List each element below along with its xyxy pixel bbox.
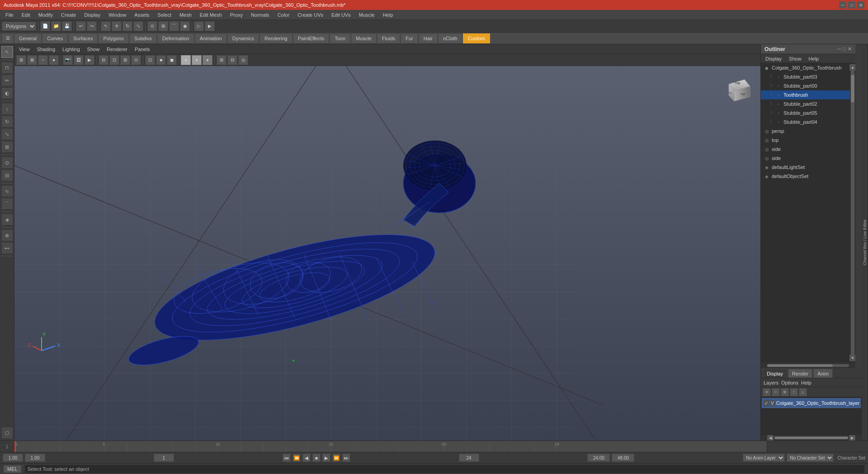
start-frame-input[interactable] — [3, 454, 23, 462]
outliner-item-stubble03[interactable]: └ ◦ Stubble_part03 — [761, 72, 850, 81]
toolbar-open[interactable]: 📁 — [51, 21, 61, 31]
vp-render-view[interactable]: 🖼 — [74, 55, 84, 65]
minimize-button[interactable]: ─ — [839, 1, 846, 9]
character-set-select[interactable]: No Character Set — [787, 454, 834, 462]
outliner-item-front[interactable]: ◎ side — [761, 145, 850, 154]
outliner-minimize[interactable]: ─ — [838, 46, 841, 52]
tool-measure[interactable]: ⊷ — [1, 242, 13, 254]
navigation-cube[interactable]: Top Frt Rgt — [722, 75, 751, 104]
toolbar-ipr[interactable]: ▶ — [205, 21, 215, 31]
tab-muscle[interactable]: Muscle — [351, 33, 377, 43]
vp-isolate[interactable]: ⊟ — [99, 55, 108, 65]
menu-select[interactable]: Select — [154, 11, 175, 19]
tab-render[interactable]: Render — [788, 369, 812, 378]
vp-shade-wire[interactable]: ⊡ — [145, 55, 155, 65]
outliner-item-default-object-set[interactable]: ◈ defaultObjectSet — [761, 172, 850, 181]
menu-color[interactable]: Color — [274, 11, 293, 19]
tool-paint[interactable]: ✏ — [1, 75, 13, 86]
tool-lasso[interactable]: ⊓ — [1, 62, 13, 74]
vp-xray[interactable]: ◎ — [238, 55, 248, 65]
scroll-arrow-right[interactable]: ▶ — [849, 435, 855, 441]
mode-select[interactable]: Polygons — [2, 22, 36, 31]
tool-select[interactable]: ↖ — [1, 46, 13, 58]
frame-step-input[interactable] — [154, 454, 174, 462]
tab-polygons[interactable]: Polygons — [98, 33, 128, 43]
current-frame-input[interactable] — [25, 454, 45, 462]
layer-type-toggle[interactable]: V — [770, 400, 774, 406]
scroll-down-button[interactable]: ▼ — [849, 355, 855, 361]
tab-display[interactable]: Display — [763, 369, 787, 378]
outliner-item-side[interactable]: ◎ side — [761, 154, 850, 163]
tab-fluids[interactable]: Fluids — [377, 33, 400, 43]
tab-deformation[interactable]: Deformation — [157, 33, 194, 43]
menu-create[interactable]: Create — [57, 11, 80, 19]
tool-paint-effects-brush[interactable]: ⬡ — [1, 427, 13, 439]
tool-snap-together[interactable]: ⊕ — [1, 230, 13, 241]
delete-layer-button[interactable]: − — [772, 388, 780, 396]
channel-box-live-editor-label[interactable]: Channel Box / Live Editor — [862, 44, 868, 441]
tab-toon[interactable]: Toon — [330, 33, 350, 43]
toolbar-snap-curve[interactable]: ⌒ — [169, 21, 179, 31]
vp-shade-flat[interactable]: ■ — [156, 55, 166, 65]
vp-menu-show[interactable]: Show — [85, 46, 103, 53]
scroll-thumb[interactable] — [851, 75, 854, 102]
toolbar-new[interactable]: 📄 — [40, 21, 50, 31]
outliner-item-stubble02[interactable]: └ ◦ Stubble_part02 — [761, 99, 850, 108]
tool-curve-cv[interactable]: ∿ — [1, 185, 13, 197]
tab-ncloth[interactable]: nCloth — [438, 33, 462, 43]
tool-lattice[interactable]: ⊟ — [1, 169, 13, 181]
tab-surfaces[interactable]: Surfaces — [68, 33, 98, 43]
end-time-input[interactable] — [587, 454, 610, 462]
vp-menu-view[interactable]: View — [16, 46, 33, 53]
tool-sculpt[interactable]: ◐ — [1, 87, 13, 99]
vp-sync-view[interactable]: ⊙ — [131, 55, 141, 65]
toolbar-redo[interactable]: ↪ — [87, 21, 97, 31]
outliner-horizontal-scrollbar[interactable] — [761, 362, 855, 368]
outliner-item-persp[interactable]: ◎ persp — [761, 127, 850, 136]
tab-dynamics[interactable]: Dynamics — [227, 33, 259, 43]
toolbar-move-tool[interactable]: ✛ — [112, 21, 122, 31]
layer-up-button[interactable]: ↑ — [790, 388, 798, 396]
tab-hair[interactable]: Hair — [419, 33, 438, 43]
layer-options-button[interactable]: ≡ — [781, 388, 789, 396]
tool-show-manip[interactable]: ◈ — [1, 214, 13, 225]
vp-shade-smooth[interactable]: ◼ — [167, 55, 177, 65]
layers-horizontal-scrollbar[interactable]: ◀ ▶ — [761, 434, 862, 441]
outliner-vertical-scrollbar[interactable]: ▲ ▼ — [850, 63, 855, 362]
outliner-menu-show[interactable]: Show — [786, 55, 804, 62]
menu-file[interactable]: File — [2, 11, 17, 19]
tab-fur[interactable]: Fur — [401, 33, 418, 43]
outliner-close[interactable]: ✕ — [848, 46, 852, 52]
scroll-track[interactable] — [851, 70, 854, 355]
tab-painteffects[interactable]: PaintEffects — [293, 33, 330, 43]
play-back-button[interactable]: ◀ — [302, 454, 311, 462]
tab-general[interactable]: General — [14, 33, 42, 43]
script-mode-label[interactable]: MEL — [4, 465, 21, 473]
outliner-menu-display[interactable]: Display — [763, 55, 784, 62]
menu-edit-uvs[interactable]: Edit UVs — [328, 11, 354, 19]
vp-camera[interactable]: 📷 — [63, 55, 73, 65]
anim-layer-select[interactable]: No Anim Layer — [743, 454, 785, 462]
tab-curves[interactable]: Curves — [42, 33, 68, 43]
vp-grid[interactable]: ⊞ — [217, 55, 226, 65]
new-layer-button[interactable]: + — [763, 388, 771, 396]
menu-create-uvs[interactable]: Create UVs — [294, 11, 327, 19]
vp-select-obj[interactable]: ○ — [38, 55, 48, 65]
vp-light-3[interactable]: ● — [203, 55, 212, 65]
scroll-up-button[interactable]: ▲ — [849, 64, 855, 70]
vp-select-comp[interactable]: ● — [49, 55, 59, 65]
layers-submenu-options[interactable]: Options — [781, 380, 798, 385]
step-back-button[interactable]: ⏪ — [292, 454, 301, 462]
menu-edit-mesh[interactable]: Edit Mesh — [196, 11, 226, 19]
go-to-end-button[interactable]: ⏭ — [342, 454, 350, 462]
toolbar-snap-point[interactable]: ◉ — [180, 21, 190, 31]
toolbar-scale-tool[interactable]: ⤡ — [133, 21, 143, 31]
toolbar-rotate-tool[interactable]: ↻ — [123, 21, 132, 31]
vp-frame-all[interactable]: ⊞ — [120, 55, 130, 65]
menu-normals[interactable]: Normals — [247, 11, 273, 19]
vp-frame-sel[interactable]: ⊡ — [109, 55, 119, 65]
stop-button[interactable]: ■ — [312, 454, 321, 462]
outliner-item-stubble00[interactable]: └ ◦ Stubble_part00 — [761, 81, 850, 90]
menu-proxy[interactable]: Proxy — [226, 11, 246, 19]
shelf-icon[interactable]: ☰ — [2, 33, 14, 43]
